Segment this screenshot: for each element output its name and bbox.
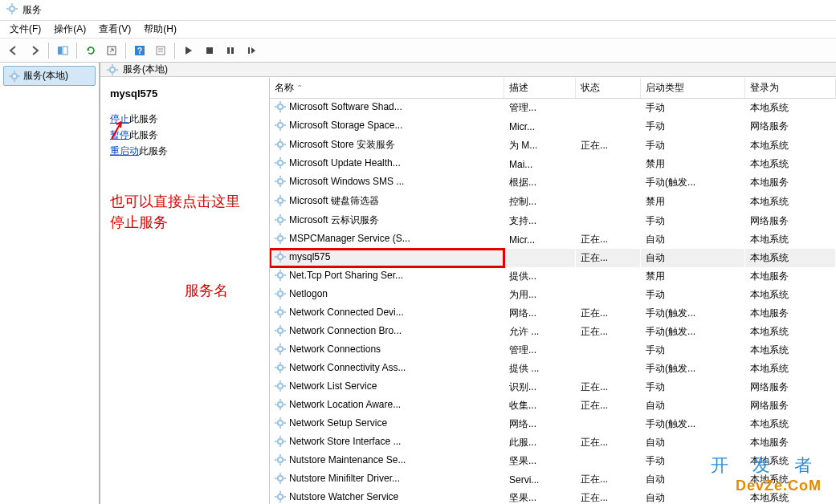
service-row[interactable]: Network List Service识别...正在...手动网络服务 (270, 378, 836, 396)
start-service-button[interactable] (180, 42, 198, 59)
service-row[interactable]: Network Connection Bro...允许 ...正在...手动(触… (270, 323, 836, 341)
watermark: 开 发 者 DevZe.CoM (711, 453, 822, 494)
service-name-cell: Microsoft Store 安装服务 (289, 139, 395, 150)
service-row[interactable]: Network Connectivity Ass...提供 ...手动(触发..… (270, 360, 836, 378)
pane-header-title: 服务(本地) (123, 63, 168, 76)
tree-pane: 服务(本地) (0, 63, 100, 504)
service-name-cell: MSPCManager Service (S... (289, 233, 410, 244)
column-startup[interactable]: 启动类型 (641, 78, 745, 99)
service-row[interactable]: Microsoft 键盘筛选器控制...禁用本地系统 (270, 192, 836, 211)
refresh-button[interactable] (82, 42, 100, 59)
menu-action[interactable]: 操作(A) (47, 20, 92, 39)
service-name-cell: Nutstore Watcher Service (289, 491, 398, 502)
stop-service-button[interactable] (201, 42, 218, 59)
annotation-hint: 也可以直接点击这里 停止服务 (110, 191, 259, 233)
service-name-cell: Microsoft Update Health... (289, 157, 401, 169)
service-row[interactable]: Network Setup Service网络...手动(触发...本地系统 (270, 415, 836, 433)
svg-rect-17 (248, 47, 250, 54)
service-row[interactable]: Microsoft Update Health...Mai...禁用本地系统 (270, 155, 836, 173)
service-row[interactable]: Network Store Interface ...此服...正在...自动本… (270, 433, 836, 452)
service-list[interactable]: 名称 描述 状态 启动类型 登录为 Microsoft Software Sha… (269, 78, 836, 504)
service-name-cell: Microsoft Storage Space... (289, 120, 402, 131)
svg-rect-11 (157, 47, 165, 55)
forward-button[interactable] (26, 42, 43, 59)
service-name-cell: Network Connections (289, 343, 381, 355)
pane-header: 服务(本地) (100, 63, 836, 77)
service-name-cell: Network Setup Service (289, 417, 387, 429)
menu-bar: 文件(F) 操作(A) 查看(V) 帮助(H) (0, 21, 836, 39)
service-row[interactable]: Network Connected Devi...网络...正在...手动(触发… (270, 304, 836, 323)
service-name-cell: Network Connectivity Ass... (289, 362, 406, 373)
svg-rect-6 (58, 47, 62, 55)
app-icon (6, 3, 18, 17)
menu-view[interactable]: 查看(V) (92, 20, 137, 39)
service-name-cell: Nutstore Minifilter Driver... (289, 473, 400, 484)
column-status[interactable]: 状态 (576, 78, 641, 99)
title-bar: 服务 (0, 0, 836, 21)
service-name-cell: Net.Tcp Port Sharing Ser... (289, 270, 403, 281)
service-row[interactable]: MSPCManager Service (S...Micr...正在...自动本… (270, 230, 836, 249)
svg-rect-14 (206, 47, 213, 54)
svg-text:?: ? (137, 47, 142, 55)
selected-service-name: mysql575 (110, 87, 259, 100)
service-name-cell: Microsoft Software Shad... (289, 101, 402, 112)
menu-help[interactable]: 帮助(H) (137, 20, 183, 39)
service-name-cell: Network Location Aware... (289, 399, 401, 410)
column-desc[interactable]: 描述 (504, 78, 576, 99)
restart-service-button[interactable] (243, 42, 260, 59)
service-name-cell: Microsoft 键盘筛选器 (289, 195, 379, 206)
service-row[interactable]: Microsoft Storage Space...Micr...手动网络服务 (270, 117, 836, 136)
show-hide-tree-button[interactable] (54, 42, 71, 59)
tree-root-label: 服务(本地) (23, 69, 68, 83)
service-name-cell: Microsoft 云标识服务 (289, 214, 379, 226)
services-icon (107, 64, 118, 75)
help-button[interactable]: ? (131, 42, 149, 59)
stop-link[interactable]: 停止 (110, 113, 129, 124)
service-row[interactable]: Net.Tcp Port Sharing Ser...提供...禁用本地服务 (270, 267, 836, 286)
column-name[interactable]: 名称 (270, 78, 504, 99)
service-row[interactable]: Microsoft Store 安装服务为 M...正在...手动本地系统 (270, 136, 836, 155)
annotation-service-name: 服务名 (185, 281, 228, 300)
toolbar: ? (0, 39, 836, 63)
column-logon[interactable]: 登录为 (744, 78, 835, 99)
svg-rect-15 (227, 47, 230, 54)
menu-file[interactable]: 文件(F) (3, 20, 47, 39)
service-row[interactable]: mysql575正在...自动本地系统 (270, 249, 836, 267)
service-row[interactable]: Microsoft Software Shad...管理...手动本地系统 (270, 99, 836, 118)
svg-rect-7 (63, 47, 67, 55)
service-name-cell: Microsoft Windows SMS ... (289, 176, 404, 187)
service-name-cell: Network Connection Bro... (289, 325, 402, 336)
svg-rect-16 (231, 47, 234, 54)
service-name-cell: Network Connected Devi... (289, 307, 404, 318)
service-row[interactable]: Network Location Aware...收集...正在...自动网络服… (270, 396, 836, 415)
service-name-cell: Network List Service (289, 380, 377, 392)
properties-button[interactable] (152, 42, 169, 59)
service-name-cell: Network Store Interface ... (289, 436, 401, 447)
services-icon (9, 71, 20, 82)
service-row[interactable]: Microsoft 云标识服务支持...手动网络服务 (270, 211, 836, 230)
pause-service-button[interactable] (222, 42, 239, 59)
column-header-row[interactable]: 名称 描述 状态 启动类型 登录为 (270, 78, 836, 99)
service-name-cell: Nutstore Maintenance Se... (289, 454, 406, 465)
service-name-cell: Netlogon (289, 288, 328, 299)
pause-link[interactable]: 暂停 (110, 129, 129, 140)
service-name-cell: mysql575 (289, 251, 330, 262)
export-button[interactable] (103, 42, 120, 59)
tree-root-item[interactable]: 服务(本地) (3, 66, 96, 86)
window-title: 服务 (22, 3, 42, 17)
service-row[interactable]: Microsoft Windows SMS ...根据...手动(触发...本地… (270, 173, 836, 192)
restart-link[interactable]: 重启动 (110, 145, 139, 156)
service-row[interactable]: Netlogon为用...手动本地系统 (270, 286, 836, 304)
back-button[interactable] (5, 42, 22, 59)
service-row[interactable]: Network Connections管理...手动本地系统 (270, 341, 836, 360)
